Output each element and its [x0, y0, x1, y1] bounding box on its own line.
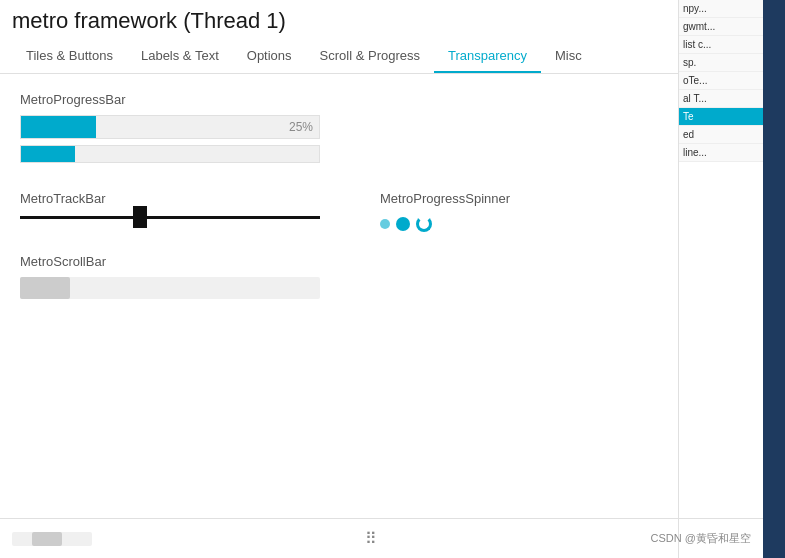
spinner-dot-2 [396, 217, 410, 231]
progress-bar-label: MetroProgressBar [20, 92, 765, 107]
side-item-3[interactable]: sp. [679, 54, 763, 72]
middle-row: MetroTrackBar MetroProgressSpinner [20, 191, 765, 232]
side-item-6[interactable]: Te [679, 108, 763, 126]
side-panel: npy... gwmt... list c... sp. oTe... al T… [678, 0, 763, 558]
tab-bar: Tiles & Buttons Labels & Text Options Sc… [0, 40, 785, 74]
side-item-2[interactable]: list c... [679, 36, 763, 54]
trackbar-track[interactable] [20, 216, 320, 219]
spinner-label: MetroProgressSpinner [380, 191, 510, 206]
progress-fill-1 [21, 116, 96, 138]
right-panel [763, 0, 785, 558]
bottom-scrollbar[interactable] [12, 532, 92, 546]
scrollbar-thumb[interactable] [20, 277, 70, 299]
spinner-arc [416, 216, 432, 232]
trackbar-label: MetroTrackBar [20, 191, 320, 206]
bottom-scrollbar-thumb[interactable] [32, 532, 62, 546]
tab-labels[interactable]: Labels & Text [127, 40, 233, 73]
watermark-text: CSDN @黄昏和星空 [651, 531, 751, 546]
scrollbar-wrap[interactable] [20, 277, 320, 299]
side-item-1[interactable]: gwmt... [679, 18, 763, 36]
side-item-4[interactable]: oTe... [679, 72, 763, 90]
main-content: MetroProgressBar 25% MetroTrackBar Metro… [0, 74, 785, 317]
side-item-7[interactable]: ed [679, 126, 763, 144]
spinner-dots [380, 216, 510, 232]
bottom-bar: ⠿ CSDN @黄昏和星空 [0, 518, 763, 558]
dots-icon: ⠿ [365, 529, 377, 548]
trackbar-thumb[interactable] [133, 206, 147, 228]
side-item-5[interactable]: al T... [679, 90, 763, 108]
side-item-0[interactable]: npy... [679, 0, 763, 18]
tab-misc[interactable]: Misc [541, 40, 596, 73]
scrollbar-section: MetroScrollBar [20, 254, 765, 299]
title-bar: metro framework (Thread 1) — □ ✕ [0, 0, 785, 40]
scrollbar-label: MetroScrollBar [20, 254, 765, 269]
spinner-section: MetroProgressSpinner [380, 191, 510, 232]
trackbar-section: MetroTrackBar [20, 191, 320, 219]
spinner-dot-1 [380, 219, 390, 229]
progress-percent-label: 25% [289, 120, 313, 134]
progress-bar-section: MetroProgressBar 25% [20, 92, 765, 169]
tab-tiles[interactable]: Tiles & Buttons [12, 40, 127, 73]
progress-bar-1[interactable]: 25% [20, 115, 320, 139]
tab-transparency[interactable]: Transparency [434, 40, 541, 73]
window-title: metro framework (Thread 1) [12, 8, 286, 34]
side-item-8[interactable]: line... [679, 144, 763, 162]
trackbar-wrap [20, 216, 320, 219]
progress-fill-2 [21, 146, 75, 162]
progress-bar-2[interactable] [20, 145, 320, 163]
tab-scroll[interactable]: Scroll & Progress [306, 40, 434, 73]
tab-options[interactable]: Options [233, 40, 306, 73]
